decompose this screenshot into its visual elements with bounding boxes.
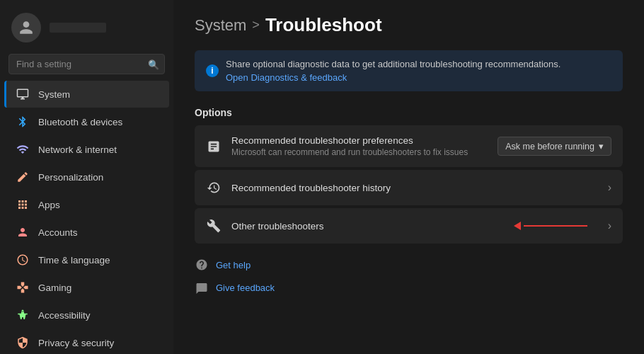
- username-bar: [50, 23, 106, 33]
- history-icon: [206, 180, 222, 195]
- sidebar-item-gaming[interactable]: Gaming: [4, 274, 169, 301]
- sidebar-item-label-accessibility: Accessibility: [38, 310, 91, 321]
- give-feedback-link[interactable]: Give feedback: [195, 279, 623, 296]
- red-arrow-annotation: [514, 222, 587, 230]
- info-banner: i Share optional diagnostic data to get …: [195, 50, 623, 91]
- search-input[interactable]: [8, 54, 165, 74]
- info-content: Share optional diagnostic data to get ad…: [226, 59, 560, 83]
- avatar: [11, 13, 41, 42]
- breadcrumb-arrow: >: [252, 18, 260, 33]
- accessibility-icon: [16, 308, 30, 322]
- sidebar-item-network[interactable]: Network & internet: [4, 136, 169, 163]
- sidebar-item-time[interactable]: Time & language: [4, 246, 169, 273]
- sidebar-item-apps[interactable]: Apps: [4, 191, 169, 218]
- arrow-head: [514, 222, 521, 230]
- profile-section: [0, 7, 173, 51]
- option-card-subtitle-prefs: Microsoft can recommend and run troubles…: [231, 147, 488, 157]
- info-message: Share optional diagnostic data to get ad…: [226, 59, 560, 69]
- get-help-link[interactable]: Get help: [195, 256, 623, 273]
- gaming-icon: [16, 280, 30, 295]
- option-card-other-troubleshooters[interactable]: Other troubleshooters ›: [195, 208, 623, 244]
- option-card-recommended-prefs[interactable]: Recommended troubleshooter preferences M…: [195, 125, 623, 167]
- give-feedback-label: Give feedback: [216, 282, 275, 293]
- bottom-links: Get help Give feedback: [195, 256, 623, 296]
- section-title: Options: [195, 107, 623, 118]
- sidebar: 🔍 System Bluetooth & devices Network & i…: [0, 0, 173, 354]
- help-icon: [195, 258, 209, 272]
- chevron-right-icon: ›: [608, 181, 611, 194]
- sidebar-item-label-apps: Apps: [38, 200, 60, 210]
- sidebar-item-personalization[interactable]: Personalization: [4, 164, 169, 190]
- option-card-title-prefs: Recommended troubleshooter preferences: [231, 135, 488, 146]
- network-icon: [16, 142, 30, 156]
- sidebar-item-label-system: System: [38, 89, 70, 100]
- option-card-action-prefs: Ask me before running ▾: [498, 137, 611, 156]
- apps-icon: [16, 198, 30, 212]
- ask-before-running-dropdown[interactable]: Ask me before running ▾: [498, 137, 611, 156]
- sidebar-item-label-bluetooth: Bluetooth & devices: [38, 117, 122, 127]
- option-card-title-history: Recommended troubleshooter history: [231, 183, 598, 193]
- option-card-content-history: Recommended troubleshooter history: [231, 183, 598, 193]
- breadcrumb-system: System: [195, 16, 246, 35]
- option-card-action-history: ›: [608, 181, 611, 194]
- sidebar-item-label-accounts: Accounts: [38, 227, 78, 238]
- feedback-icon: [195, 280, 209, 295]
- option-card-action-other: ›: [608, 219, 611, 232]
- arrow-line: [524, 225, 587, 227]
- option-card-content-prefs: Recommended troubleshooter preferences M…: [231, 135, 488, 157]
- search-icon: 🔍: [148, 59, 159, 69]
- options-section: Options Recommended troubleshooter prefe…: [195, 107, 623, 244]
- get-help-label: Get help: [216, 260, 251, 270]
- bluetooth-icon: [16, 115, 30, 129]
- sidebar-item-system[interactable]: System: [4, 81, 169, 108]
- main-content: System > Troubleshoot i Share optional d…: [173, 0, 644, 354]
- sidebar-item-label-time: Time & language: [38, 255, 110, 266]
- sidebar-item-label-personalization: Personalization: [38, 172, 103, 183]
- privacy-icon: [16, 336, 30, 350]
- accounts-icon: [16, 225, 30, 239]
- sidebar-item-privacy[interactable]: Privacy & security: [4, 329, 169, 354]
- sidebar-item-accessibility[interactable]: Accessibility: [4, 302, 169, 329]
- wrench-icon: [206, 218, 222, 234]
- sidebar-item-label-privacy: Privacy & security: [38, 338, 114, 348]
- time-icon: [16, 253, 30, 267]
- sidebar-item-accounts[interactable]: Accounts: [4, 219, 169, 246]
- sidebar-item-label-network: Network & internet: [38, 144, 117, 155]
- search-box[interactable]: 🔍: [8, 54, 165, 74]
- breadcrumb: System > Troubleshoot: [195, 14, 623, 36]
- system-icon: [16, 87, 30, 101]
- nav-list: System Bluetooth & devices Network & int…: [0, 80, 173, 354]
- chevron-down-icon: ▾: [599, 141, 604, 152]
- diagnostics-link[interactable]: Open Diagnostics & feedback: [226, 72, 560, 83]
- personalization-icon: [16, 170, 30, 184]
- info-icon: i: [206, 64, 219, 77]
- chevron-right-icon-other: ›: [608, 219, 611, 232]
- page-title: Troubleshoot: [265, 14, 382, 36]
- sidebar-item-bluetooth[interactable]: Bluetooth & devices: [4, 108, 169, 135]
- troubleshoot-pref-icon: [206, 139, 222, 154]
- option-card-recommended-history[interactable]: Recommended troubleshooter history ›: [195, 170, 623, 205]
- sidebar-item-label-gaming: Gaming: [38, 282, 71, 293]
